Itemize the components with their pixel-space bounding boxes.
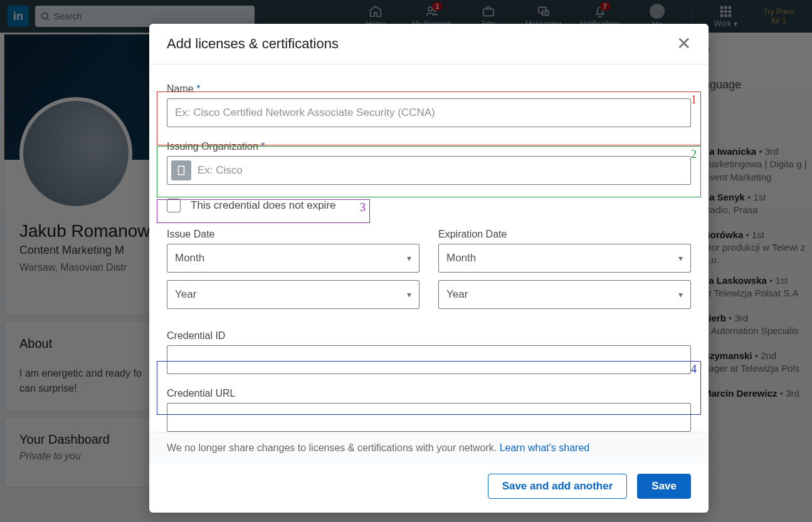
expire-month-select[interactable]: Month ▾ <box>438 244 691 273</box>
cred-id-field: Credential ID <box>167 330 691 374</box>
save-add-another-button[interactable]: Save and add another <box>488 474 628 499</box>
expire-date-label: Expiration Date <box>438 229 691 240</box>
dialog-title: Add licenses & certifications <box>167 36 339 52</box>
issue-year-select[interactable]: Year ▾ <box>167 280 419 309</box>
name-label: Name * <box>167 83 691 95</box>
no-expire-row: This credential does not expire <box>167 199 691 212</box>
issue-year-value: Year <box>175 288 196 301</box>
chevron-down-icon: ▾ <box>407 290 411 300</box>
cred-id-label: Credential ID <box>167 330 691 342</box>
chevron-down-icon: ▾ <box>678 253 683 263</box>
required-star: * <box>196 83 200 94</box>
org-field-wrapper: Issuing Organization * <box>167 141 691 185</box>
org-input-row <box>167 156 691 185</box>
dialog-note: We no longer share changes to licenses &… <box>149 432 709 464</box>
required-star: * <box>261 141 265 152</box>
chevron-down-icon: ▾ <box>407 253 411 263</box>
cred-url-input[interactable] <box>167 403 691 432</box>
close-icon[interactable]: ✕ <box>677 35 691 53</box>
dialog-note-text: We no longer share changes to licenses &… <box>167 442 500 453</box>
expire-month-value: Month <box>446 252 476 264</box>
chevron-down-icon: ▾ <box>678 290 683 300</box>
dialog-footer: Save and add another Save <box>149 464 709 513</box>
issue-date-label: Issue Date <box>167 229 419 240</box>
cred-id-input[interactable] <box>167 345 691 374</box>
issue-month-select[interactable]: Month ▾ <box>167 244 419 273</box>
org-label: Issuing Organization * <box>167 141 691 152</box>
save-button[interactable]: Save <box>637 474 691 499</box>
org-input[interactable] <box>191 157 687 184</box>
expire-date-col: Expiration Date Month ▾ Year ▾ <box>438 229 691 316</box>
expire-year-select[interactable]: Year ▾ <box>438 280 691 309</box>
add-cert-dialog: Add licenses & certifications ✕ Name * I… <box>149 24 709 513</box>
building-icon <box>171 160 191 180</box>
learn-shared-link[interactable]: Learn what's shared <box>500 442 590 453</box>
expire-year-value: Year <box>446 288 468 301</box>
no-expire-checkbox[interactable] <box>167 199 181 212</box>
cred-url-label: Credential URL <box>167 388 691 399</box>
svg-rect-16 <box>179 166 184 175</box>
issue-month-value: Month <box>175 252 204 264</box>
issue-date-col: Issue Date Month ▾ Year ▾ <box>167 229 419 316</box>
name-field-wrapper: Name * <box>167 83 691 127</box>
name-input[interactable] <box>167 98 691 127</box>
no-expire-label: This credential does not expire <box>191 199 336 212</box>
cred-url-field: Credential URL <box>167 388 691 432</box>
